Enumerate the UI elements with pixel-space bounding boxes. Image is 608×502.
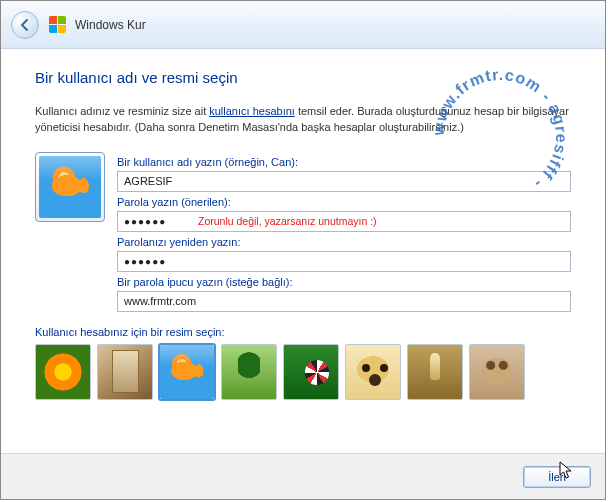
password2-label: Parolanızı yeniden yazın: [117, 236, 571, 248]
avatar-option-kitten[interactable] [469, 344, 525, 400]
avatar-option-chess[interactable] [407, 344, 463, 400]
avatar-picker-label: Kullanıcı hesabınız için bir resim seçin… [35, 326, 571, 338]
header: Windows Kur [1, 1, 605, 49]
footer: İleri [1, 453, 605, 499]
user-account-link[interactable]: kullanıcı hesabını [209, 105, 295, 117]
avatar-option-goldfish[interactable] [159, 344, 215, 400]
back-button[interactable] [11, 11, 39, 39]
password-hint-input[interactable]: www.frmtr.com [117, 291, 571, 312]
avatar-option-blocks[interactable] [97, 344, 153, 400]
window-title: Windows Kur [75, 18, 146, 32]
avatar-picker [35, 344, 571, 400]
selected-avatar [35, 152, 105, 222]
page-description: Kullanıcı adınız ve resminiz size ait ku… [35, 104, 571, 136]
avatar-option-soccer-ball[interactable] [283, 344, 339, 400]
avatar-option-bonsai[interactable] [221, 344, 277, 400]
windows-logo-icon [49, 16, 67, 34]
username-input[interactable]: AGRESIF [117, 171, 571, 192]
password2-mask: ●●●●●● [124, 256, 166, 267]
password-confirm-input[interactable]: ●●●●●● [117, 251, 571, 272]
password-inline-hint: Zorunlu değil, yazarsanız unutmayın :) [198, 215, 377, 227]
next-button[interactable]: İleri [523, 466, 591, 488]
arrow-left-icon [18, 18, 32, 32]
username-value: AGRESIF [124, 175, 172, 187]
avatar-option-flower[interactable] [35, 344, 91, 400]
password-mask: ●●●●●● [124, 216, 166, 227]
hint-value: www.frmtr.com [124, 295, 196, 307]
password-label: Parola yazın (önerilen): [117, 196, 571, 208]
content: Bir kullanıcı adı ve resmi seçin Kullanı… [1, 49, 605, 453]
username-label: Bir kullanıcı adı yazın (örneğin, Can): [117, 156, 571, 168]
avatar-option-puppy[interactable] [345, 344, 401, 400]
goldfish-icon [39, 156, 101, 218]
page-heading: Bir kullanıcı adı ve resmi seçin [35, 69, 571, 86]
password-input[interactable]: ●●●●●● Zorunlu değil, yazarsanız unutmay… [117, 211, 571, 232]
desc-text: Kullanıcı adınız ve resminiz size ait [35, 105, 209, 117]
goldfish-icon [160, 345, 214, 399]
hint-label: Bir parola ipucu yazın (isteğe bağlı): [117, 276, 571, 288]
